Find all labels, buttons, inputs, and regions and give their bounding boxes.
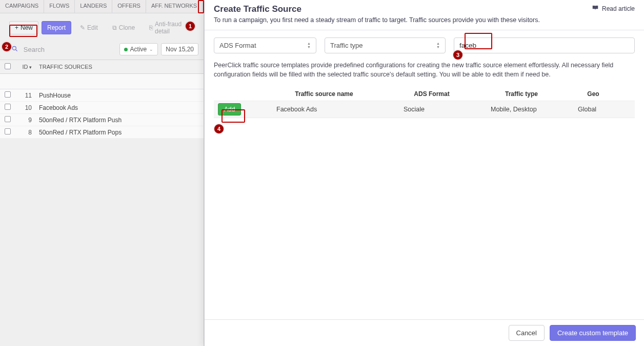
search-icon (11, 45, 19, 53)
row-id: 10 (15, 104, 35, 111)
copy-icon: ⧉ (112, 24, 117, 31)
checkbox-icon[interactable] (5, 91, 11, 98)
row-name: Facebook Ads (35, 104, 204, 111)
modal-title: Create Traffic Source (214, 4, 301, 14)
col-geo: Geo (568, 90, 619, 98)
modal-footer: Cancel Create custom template (205, 319, 644, 346)
col-type: Traffic type (475, 90, 568, 98)
traffic-type-select[interactable]: Traffic type ▲▼ (325, 37, 446, 53)
date-filter-label: Nov 15,20 (166, 46, 194, 53)
sort-icon: ▾ (28, 65, 32, 70)
template-search[interactable] (454, 37, 635, 53)
table-row[interactable]: 10 Facebook Ads (0, 102, 204, 114)
row-id: 11 (15, 92, 35, 99)
tab-offers[interactable]: OFFERS (112, 0, 146, 13)
read-article-label: Read article (602, 5, 635, 12)
chevron-updown-icon: ▲▼ (436, 42, 440, 49)
search-input[interactable] (23, 45, 116, 54)
template-table-header: Traffic source name ADS Format Traffic t… (214, 87, 635, 101)
tab-flows[interactable]: FLOWS (44, 0, 75, 13)
clone-button[interactable]: ⧉ Clone (107, 21, 140, 34)
checkbox-icon[interactable] (5, 116, 11, 122)
edit-button[interactable]: ✎ Edit (74, 21, 104, 34)
create-traffic-source-modal: Create Traffic Source Read article To ru… (204, 0, 644, 346)
row-geo: Global (568, 106, 619, 113)
toolbar: + New Report ✎ Edit ⧉ Clone ⎘ Anti-fraud… (0, 13, 204, 41)
antifraud-button[interactable]: ⎘ Anti-fraud detail (144, 17, 198, 38)
col-name[interactable]: TRAFFIC SOURCES (35, 64, 204, 70)
row-id: 8 (15, 129, 35, 136)
modal-body: ADS Format ▲▼ Traffic type ▲▼ PeerClick … (205, 30, 644, 319)
antifraud-button-label: Anti-fraud detail (155, 21, 193, 35)
template-info-text: PeerClick traffic source templates provi… (214, 61, 635, 79)
ads-format-select[interactable]: ADS Format ▲▼ (214, 37, 316, 53)
filter-bar: ADS Format ▲▼ Traffic type ▲▼ (214, 37, 635, 53)
checkbox-icon (5, 63, 11, 69)
status-filter-label: Active (130, 46, 147, 53)
table-subheader (0, 74, 204, 89)
table-header: ID ▾ TRAFFIC SOURCES (0, 60, 204, 74)
new-button[interactable]: + New (9, 21, 38, 34)
clone-button-label: Clone (119, 24, 135, 31)
cancel-button[interactable]: Cancel (509, 325, 545, 341)
report-button[interactable]: Report (42, 21, 71, 34)
row-type: Mobile, Desktop (475, 106, 568, 113)
background-app: CAMPAIGNS FLOWS LANDERS OFFERS AFF. NETW… (0, 0, 204, 346)
ads-format-label: ADS Format (219, 42, 256, 49)
bookmark-icon: ⎘ (149, 24, 153, 31)
tab-landers[interactable]: LANDERS (75, 0, 112, 13)
row-name: PushHouse (35, 92, 204, 99)
read-article-link[interactable]: Read article (592, 4, 635, 13)
col-ads: ADS Format (388, 90, 475, 98)
col-source-name: Traffic source name (260, 90, 388, 98)
modal-header: Create Traffic Source Read article To ru… (205, 0, 644, 30)
table-row[interactable]: 11 PushHouse (0, 89, 204, 102)
table-row[interactable]: 9 50onRed / RTX Platform Push (0, 114, 204, 126)
row-ads: Sociale (388, 106, 475, 113)
search-row: Active ⌄ Nov 15,20 (0, 41, 204, 60)
chevron-updown-icon: ▲▼ (307, 42, 311, 49)
col-id-label: ID (22, 64, 28, 70)
template-row: Add Facebook Ads Sociale Mobile, Desktop… (214, 101, 635, 118)
select-all[interactable] (0, 63, 15, 70)
tab-networks[interactable]: AFF. NETWORKS (146, 0, 203, 13)
row-id: 9 (15, 117, 35, 124)
add-button[interactable]: Add (218, 103, 241, 116)
row-source-name: Facebook Ads (260, 106, 388, 113)
row-name: 50onRed / RTX Platform Pops (35, 129, 204, 136)
status-dot-icon (124, 48, 128, 51)
svg-point-0 (12, 46, 16, 50)
new-button-label: New (21, 24, 33, 31)
book-icon (592, 4, 599, 13)
date-filter[interactable]: Nov 15,20 (161, 43, 198, 55)
svg-line-1 (16, 50, 17, 51)
edit-button-label: Edit (87, 24, 98, 31)
report-button-label: Report (47, 24, 66, 31)
plus-icon: + (15, 24, 18, 31)
checkbox-icon[interactable] (5, 104, 11, 110)
status-filter[interactable]: Active ⌄ (119, 43, 158, 55)
nav-tabs: CAMPAIGNS FLOWS LANDERS OFFERS AFF. NETW… (0, 0, 204, 13)
chevron-down-icon: ⌄ (149, 47, 153, 52)
modal-description: To run a campaign, you first need a stea… (214, 16, 635, 24)
col-id[interactable]: ID ▾ (15, 64, 35, 70)
pencil-icon: ✎ (80, 24, 85, 31)
traffic-type-label: Traffic type (330, 42, 363, 49)
checkbox-icon[interactable] (5, 128, 11, 134)
tab-campaigns[interactable]: CAMPAIGNS (0, 0, 44, 13)
create-custom-template-button[interactable]: Create custom template (550, 325, 636, 341)
row-name: 50onRed / RTX Platform Push (35, 117, 204, 124)
table-row[interactable]: 8 50onRed / RTX Platform Pops (0, 126, 204, 139)
template-search-input[interactable] (454, 38, 634, 53)
